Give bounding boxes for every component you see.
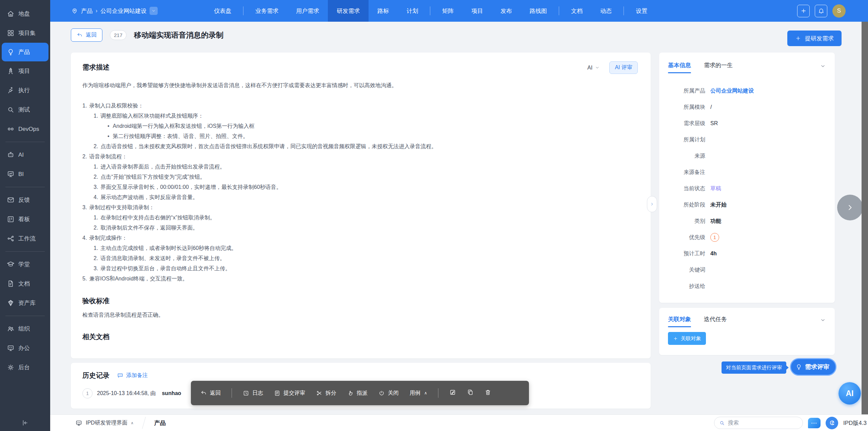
nav-item-计划[interactable]: 计划 bbox=[398, 0, 427, 22]
panel-collapse-handle[interactable] bbox=[647, 196, 657, 212]
user-avatar[interactable]: S bbox=[832, 4, 846, 18]
nav-item-设置[interactable]: 设置 bbox=[627, 0, 656, 22]
create-button[interactable] bbox=[797, 5, 810, 17]
sidebar-item-label: 工作流 bbox=[18, 235, 36, 242]
nav-item-业务需求[interactable]: 业务需求 bbox=[246, 0, 287, 22]
requirement-review-button[interactable]: 需求评审 bbox=[790, 358, 836, 376]
sidebar-item-学堂[interactable]: 学堂 bbox=[0, 255, 50, 274]
related-tab-迭代任务[interactable]: 迭代任务 bbox=[704, 315, 727, 325]
sidebar-item-项目[interactable]: 项目 bbox=[0, 61, 50, 81]
nav-item-项目[interactable]: 项目 bbox=[462, 0, 492, 22]
sidebar-collapse-button[interactable] bbox=[0, 419, 50, 427]
requirement-item: 1.在录制过程中支持点击右侧的“x”按钮取消录制。 bbox=[94, 213, 637, 223]
project-switcher-button[interactable] bbox=[150, 7, 158, 15]
chevron-down-icon[interactable] bbox=[820, 317, 826, 323]
sidebar-item-label: AI bbox=[18, 152, 24, 158]
toolbar-item-返回[interactable]: 返回 bbox=[200, 390, 221, 397]
requirement-children: 1.主动点击完成按钮，或者录制时长达到60秒将自动完成。2.语音消息取消录制、未… bbox=[94, 243, 637, 274]
requirement-item: 3.录制过程中支持取消录制： bbox=[82, 202, 637, 213]
search-input[interactable] bbox=[728, 420, 789, 426]
add-related-object-button[interactable]: 关联对象 bbox=[668, 332, 706, 345]
chat-icon[interactable]: ··· bbox=[808, 418, 821, 428]
description-heading: 需求描述 bbox=[82, 63, 637, 72]
requirement-item: 3.录音过程中切换至后台，录音自动终止且文件不上传。 bbox=[94, 263, 637, 274]
ai-review-button[interactable]: AI 评审 bbox=[609, 61, 638, 74]
sidebar-item-项目集[interactable]: 项目集 bbox=[0, 23, 50, 43]
sidebar-item-反馈[interactable]: 反馈 bbox=[0, 190, 50, 210]
toolbar-item-提交评审[interactable]: 提交评审 bbox=[274, 390, 305, 397]
requirement-id-badge: 217 bbox=[110, 30, 126, 40]
sidebar-item-测试[interactable]: 测试 bbox=[0, 100, 50, 119]
toolbar-item-用例[interactable]: 用例∧ bbox=[410, 390, 427, 397]
toolbar-item-拆分[interactable]: 拆分 bbox=[316, 390, 336, 397]
bulb-icon bbox=[7, 48, 15, 56]
back-button[interactable]: 返回 bbox=[71, 28, 102, 42]
basic-info-tabs: 基本信息需求的一生 bbox=[668, 61, 826, 71]
toolbar-delete-button[interactable] bbox=[485, 389, 491, 397]
related-tab-关联对象[interactable]: 关联对象 bbox=[668, 315, 691, 325]
chevron-down-icon[interactable] bbox=[820, 63, 826, 69]
nav-item-动态[interactable]: 动态 bbox=[591, 0, 620, 22]
sidebar-item-资产库[interactable]: 资产库 bbox=[0, 293, 50, 313]
info-field-label: 所属计划 bbox=[668, 136, 705, 143]
requirement-text: 展示动态声波动画，实时反应录音音量。 bbox=[100, 192, 198, 202]
sidebar-item-产品[interactable]: 产品 bbox=[2, 43, 48, 61]
next-page-button[interactable] bbox=[837, 195, 863, 220]
sidebar-item-地盘[interactable]: 地盘 bbox=[0, 4, 50, 23]
nav-item-文档[interactable]: 文档 bbox=[562, 0, 591, 22]
sidebar-item-执行[interactable]: 执行 bbox=[0, 81, 50, 100]
ai-assistant-button[interactable]: AI bbox=[839, 382, 861, 405]
nav-divider bbox=[430, 6, 430, 15]
kanban-icon bbox=[7, 215, 15, 223]
bottom-bar: IPD研发管理界面 ∧ 产品 ··· IPD版4.3 bbox=[50, 414, 868, 431]
requirement-item: 1.主动点击完成按钮，或者录制时长达到60秒将自动完成。 bbox=[94, 243, 637, 253]
nav-item-发布[interactable]: 发布 bbox=[492, 0, 521, 22]
reviewdoc-icon bbox=[274, 390, 280, 396]
add-note-button[interactable]: 添加备注 bbox=[117, 372, 148, 379]
sidebar-item-后台[interactable]: 后台 bbox=[0, 358, 50, 377]
info-field-row: 所属产品公司企业网站建设 bbox=[668, 83, 826, 99]
sidebar-item-DevOps[interactable]: DevOps bbox=[0, 119, 50, 139]
requirement-text: 主动点击完成按钮，或者录制时长达到60秒将自动完成。 bbox=[100, 243, 237, 253]
sidebar-item-AI[interactable]: AI bbox=[0, 145, 50, 164]
ai-dropdown[interactable]: AI bbox=[587, 65, 600, 71]
sidebar-item-label: BI bbox=[18, 171, 24, 178]
sidebar-item-办公[interactable]: 办公 bbox=[0, 338, 50, 358]
nav-item-矩阵[interactable]: 矩阵 bbox=[433, 0, 462, 22]
rocket-icon bbox=[7, 67, 15, 75]
sidebar-item-组织[interactable]: 组织 bbox=[0, 319, 50, 338]
nav-item-路线图[interactable]: 路线图 bbox=[521, 0, 556, 22]
toolbar-item-指派[interactable]: 指派 bbox=[347, 390, 368, 397]
toolbar-copy-button[interactable] bbox=[467, 389, 474, 397]
bottom-bar-divider bbox=[142, 417, 146, 429]
notifications-button[interactable] bbox=[815, 5, 827, 17]
breadcrumb-section[interactable]: 产品 bbox=[81, 7, 93, 15]
floating-action-toolbar: 返回日志提交评审拆分指派关闭用例∧ bbox=[191, 381, 529, 405]
sidebar-item-文档[interactable]: 文档 bbox=[0, 274, 50, 293]
nav-item-仪表盘[interactable]: 仪表盘 bbox=[205, 0, 240, 22]
info-tab-需求的一生[interactable]: 需求的一生 bbox=[704, 61, 733, 71]
requirement-item: 5.兼容IOS和Android终端，交互流程一致。 bbox=[82, 274, 637, 284]
scrollbar-track[interactable] bbox=[862, 22, 868, 414]
sidebar-item-看板[interactable]: 看板 bbox=[0, 210, 50, 229]
sidebar-item-BI[interactable]: BI bbox=[0, 164, 50, 184]
toolbar-edit-button[interactable] bbox=[449, 389, 456, 397]
nav-item-研发需求[interactable]: 研发需求 bbox=[328, 0, 369, 22]
sidebar-item-label: DevOps bbox=[18, 126, 39, 133]
toolbar-item-关闭[interactable]: 关闭 bbox=[378, 390, 399, 397]
breadcrumb-project[interactable]: 公司企业网站建设 bbox=[100, 7, 146, 15]
submit-requirement-button[interactable]: 提研发需求 bbox=[787, 31, 842, 46]
number-marker: 2. bbox=[94, 253, 98, 263]
info-field-value[interactable]: 公司企业网站建设 bbox=[710, 87, 754, 95]
bottom-tab-product[interactable]: 产品 bbox=[154, 419, 166, 427]
toolbar-item-日志[interactable]: 日志 bbox=[243, 390, 263, 397]
nav-item-路标[interactable]: 路标 bbox=[369, 0, 398, 22]
sidebar-item-工作流[interactable]: 工作流 bbox=[0, 229, 50, 248]
number-marker: 1. bbox=[94, 243, 98, 253]
gear-icon bbox=[7, 364, 15, 371]
info-tab-基本信息[interactable]: 基本信息 bbox=[668, 61, 691, 71]
info-field-value: 未开始 bbox=[710, 201, 727, 209]
workspace-switcher[interactable]: IPD研发管理界面 ∧ bbox=[75, 419, 134, 427]
toolbar-item-label: 提交评审 bbox=[283, 390, 305, 397]
nav-item-用户需求[interactable]: 用户需求 bbox=[287, 0, 328, 22]
